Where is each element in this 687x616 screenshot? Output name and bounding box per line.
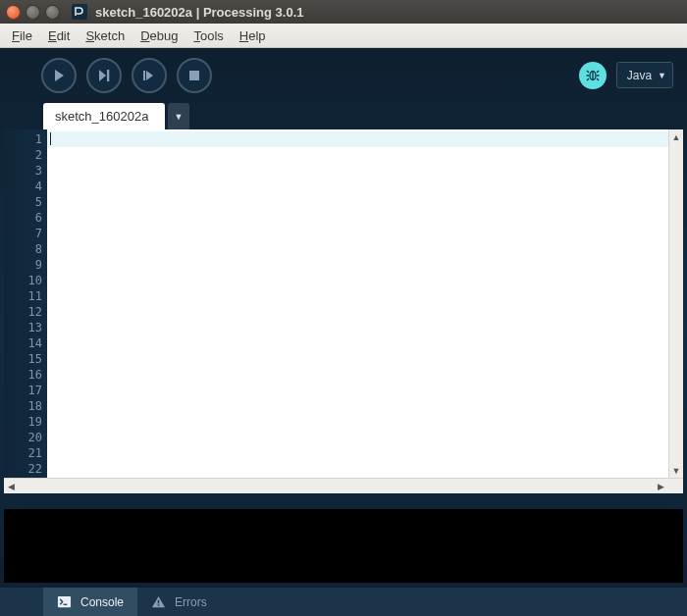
window-maximize-button[interactable] bbox=[45, 5, 60, 20]
tab-dropdown-button[interactable]: ▼ bbox=[168, 103, 189, 129]
mode-selector[interactable]: Java ▼ bbox=[616, 62, 673, 88]
console-splitter[interactable] bbox=[0, 493, 687, 509]
line-number: 5 bbox=[4, 194, 42, 210]
line-number: 16 bbox=[4, 367, 42, 383]
scroll-track[interactable] bbox=[669, 144, 683, 463]
window-titlebar: sketch_160202a | Processing 3.0.1 bbox=[0, 0, 687, 24]
processing-app-icon bbox=[72, 4, 87, 20]
line-number: 20 bbox=[4, 430, 42, 445]
code-text-area[interactable] bbox=[47, 129, 668, 478]
window-close-button[interactable] bbox=[6, 5, 21, 20]
svg-rect-8 bbox=[158, 600, 160, 604]
svg-rect-2 bbox=[143, 71, 145, 80]
window-minimize-button[interactable] bbox=[26, 5, 40, 20]
menu-file[interactable]: File bbox=[6, 26, 38, 45]
sketch-tab-label: sketch_160202a bbox=[55, 109, 148, 124]
line-number: 19 bbox=[4, 414, 42, 430]
line-gutter: 12345678910111213141516171819202122 bbox=[4, 129, 47, 478]
menu-help[interactable]: Help bbox=[234, 26, 272, 45]
svg-rect-9 bbox=[158, 604, 160, 606]
scroll-up-arrow-icon[interactable]: ▲ bbox=[669, 129, 683, 144]
text-caret bbox=[50, 132, 51, 145]
app-body: Java ▼ sketch_160202a ▼ 1234567891011121… bbox=[0, 48, 687, 616]
code-editor: 12345678910111213141516171819202122 ▲ ▼ bbox=[4, 129, 683, 478]
line-number: 15 bbox=[4, 351, 42, 367]
line-number: 8 bbox=[4, 241, 42, 257]
line-number: 13 bbox=[4, 320, 42, 335]
scroll-corner bbox=[668, 479, 683, 493]
vertical-scrollbar[interactable]: ▲ ▼ bbox=[668, 129, 683, 478]
toolbar: Java ▼ bbox=[0, 48, 687, 102]
console-tab-label: Console bbox=[80, 595, 124, 609]
svg-rect-6 bbox=[58, 596, 71, 607]
line-number: 9 bbox=[4, 257, 42, 273]
footer-tabs: Console Errors bbox=[0, 588, 687, 616]
chevron-down-icon: ▼ bbox=[175, 112, 184, 122]
chevron-down-icon: ▼ bbox=[658, 71, 666, 80]
errors-tab[interactable]: Errors bbox=[137, 588, 221, 616]
stop-button[interactable] bbox=[177, 58, 212, 93]
line-number: 10 bbox=[4, 273, 42, 288]
console-icon bbox=[57, 594, 72, 609]
horizontal-scrollbar[interactable]: ◀ ▶ bbox=[4, 478, 683, 493]
svg-rect-1 bbox=[107, 70, 109, 81]
scroll-left-arrow-icon[interactable]: ◀ bbox=[4, 479, 19, 493]
line-number: 1 bbox=[4, 131, 42, 147]
line-number: 18 bbox=[4, 398, 42, 414]
sketch-tab[interactable]: sketch_160202a bbox=[43, 103, 165, 129]
line-number: 6 bbox=[4, 210, 42, 226]
menu-bar: File Edit Sketch Debug Tools Help bbox=[0, 24, 687, 48]
line-number: 4 bbox=[4, 179, 42, 194]
window-title: sketch_160202a | Processing 3.0.1 bbox=[95, 5, 304, 20]
menu-edit[interactable]: Edit bbox=[42, 26, 76, 45]
step-over-button[interactable] bbox=[132, 58, 167, 93]
svg-rect-0 bbox=[72, 4, 87, 20]
line-number: 14 bbox=[4, 335, 42, 351]
line-number: 17 bbox=[4, 383, 42, 398]
console-output[interactable] bbox=[4, 509, 683, 583]
mode-label: Java bbox=[627, 69, 652, 82]
menu-debug[interactable]: Debug bbox=[134, 26, 184, 45]
errors-tab-label: Errors bbox=[175, 595, 207, 609]
debug-badge-icon[interactable] bbox=[579, 62, 607, 89]
line-number: 21 bbox=[4, 445, 42, 461]
window-buttons bbox=[6, 5, 60, 20]
current-line-highlight bbox=[47, 131, 668, 147]
scroll-track[interactable] bbox=[19, 479, 654, 493]
tab-strip: sketch_160202a ▼ bbox=[0, 102, 687, 129]
svg-rect-3 bbox=[189, 71, 199, 80]
line-number: 7 bbox=[4, 226, 42, 241]
line-number: 12 bbox=[4, 304, 42, 320]
warning-icon bbox=[151, 594, 166, 609]
line-number: 22 bbox=[4, 461, 42, 477]
run-button[interactable] bbox=[41, 58, 77, 93]
scroll-right-arrow-icon[interactable]: ▶ bbox=[654, 479, 668, 493]
line-number: 2 bbox=[4, 147, 42, 163]
scroll-down-arrow-icon[interactable]: ▼ bbox=[669, 463, 683, 478]
console-tab[interactable]: Console bbox=[43, 588, 137, 616]
menu-tools[interactable]: Tools bbox=[187, 26, 229, 45]
menu-sketch[interactable]: Sketch bbox=[79, 26, 131, 45]
line-number: 11 bbox=[4, 288, 42, 304]
step-button[interactable] bbox=[86, 58, 122, 93]
line-number: 3 bbox=[4, 163, 42, 179]
